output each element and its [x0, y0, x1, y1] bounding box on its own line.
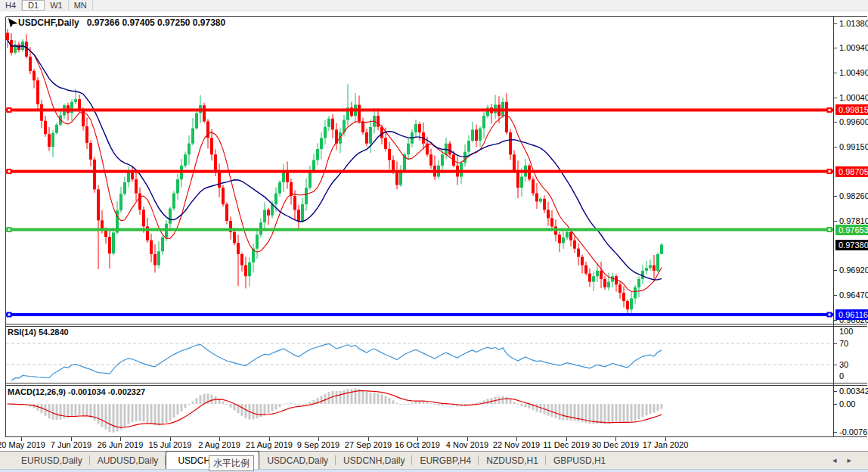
date-label: 20 May 2019 — [0, 440, 45, 449]
tooltip: 水平比例 — [209, 455, 254, 471]
hline-0.99815[interactable] — [6, 107, 833, 113]
chart-tab-usdcad[interactable]: USDCAD,Daily — [259, 452, 336, 469]
hline-0.98705[interactable] — [6, 169, 833, 174]
date-label: 21 Aug 2019 — [246, 440, 293, 449]
macd-tick-label: 0.003428 — [839, 387, 868, 396]
chart-tab-eurusd[interactable]: EURUSD,Daily — [14, 452, 90, 469]
price-tick-label: 0.99600 — [839, 117, 868, 126]
trading-terminal-window: H4D1W1MN USDCHF,Daily0.97366 0.97405 0.9… — [0, 0, 868, 472]
moving-averages-layer — [8, 40, 662, 291]
date-label: 2 Aug 2019 — [198, 440, 240, 449]
rsi-layer — [6, 343, 833, 380]
price-tick-label: 1.00940 — [839, 43, 868, 52]
date-label: 17 Jan 2020 — [643, 440, 689, 449]
date-label: 11 Dec 2019 — [543, 440, 590, 449]
chart-tab-nzdusd[interactable]: NZDUSD,H1 — [479, 452, 546, 469]
rsi-tick-label: 70 — [839, 339, 848, 348]
date-label: 27 Sep 2019 — [345, 440, 392, 449]
date-label: 15 Jul 2019 — [149, 440, 192, 449]
macd-tick-label: -0.007615 — [839, 427, 868, 436]
rsi-tick-label: 30 — [839, 360, 848, 369]
price-badge-0.97653[interactable]: 0.97653 — [835, 225, 868, 235]
chart-ohlc-values: 0.97366 0.97405 0.97250 0.97380 — [87, 17, 226, 28]
rsi-indicator-label: RSI(14) 54.2840 — [8, 328, 69, 337]
chart-title: USDCHF,Daily0.97366 0.97405 0.97250 0.97… — [18, 17, 225, 28]
price-tick-label: 0.99150 — [839, 142, 868, 151]
chart-canvas[interactable] — [0, 0, 868, 472]
date-label: 16 Oct 2019 — [395, 440, 440, 449]
date-label: 22 Nov 2019 — [493, 440, 540, 449]
date-label: 7 Jun 2019 — [51, 440, 91, 449]
bottom-strip — [0, 469, 868, 472]
price-tick-label: 0.96920 — [839, 266, 868, 275]
hline-0.97653[interactable] — [6, 227, 833, 232]
date-label: 9 Sep 2019 — [297, 440, 339, 449]
chart-tab-usdcnh[interactable]: USDCNH,Daily — [336, 452, 412, 469]
rsi-tick-label: 100 — [839, 327, 853, 336]
tab-scroll-right-icon[interactable]: ▸ — [847, 455, 862, 464]
date-label: 26 Jun 2019 — [98, 440, 144, 449]
price-badge-0.99815[interactable]: 0.99815 — [835, 104, 868, 115]
macd-tick-label: 0.00 — [839, 399, 855, 408]
date-label: 30 Dec 2019 — [592, 440, 639, 449]
date-label: 4 Nov 2019 — [446, 440, 488, 449]
price-tick-label: 1.00040 — [839, 93, 868, 102]
price-badge-0.97380: 0.97380 — [835, 240, 868, 250]
price-tick-label: 0.96470 — [839, 290, 868, 300]
rsi-tick-label: 0 — [839, 371, 844, 380]
tab-scroll-left-icon[interactable]: ◂ — [832, 455, 848, 464]
chart-tab-bar: EURUSD,DailyAUDUSD,DailyUSDCHF,DailyUSDC… — [0, 451, 868, 469]
chart-tab-gbpusd[interactable]: GBPUSD,H1 — [546, 452, 613, 469]
price-tick-label: 0.98260 — [839, 191, 868, 200]
price-tick-label: 1.01380 — [839, 19, 868, 28]
price-badge-0.96116[interactable]: 0.96116 — [835, 309, 868, 320]
cursor-arrow-icon — [8, 18, 18, 28]
chart-tab-audusd[interactable]: AUDUSD,Daily — [90, 452, 166, 469]
tab-scrollbar: ◂▸ — [832, 455, 862, 465]
hline-0.96116[interactable] — [6, 312, 833, 317]
chart-symbol-label: USDCHF,Daily — [18, 17, 79, 28]
macd-indicator-label: MACD(12,26,9) -0.001034 -0.002327 — [8, 387, 145, 396]
chart-tab-eurgbp[interactable]: EURGBP,H4 — [412, 452, 479, 469]
price-tick-label: 1.00490 — [839, 68, 868, 77]
price-badge-0.98705[interactable]: 0.98705 — [835, 166, 868, 177]
